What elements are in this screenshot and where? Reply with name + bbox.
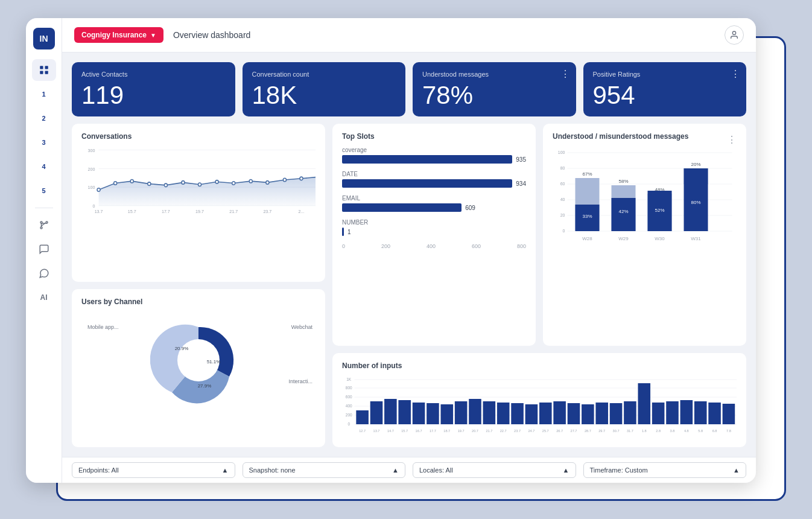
svg-text:21.7: 21.7 [229, 209, 238, 213]
sidebar-item-1[interactable]: 1 [32, 83, 56, 105]
sidebar-item-comment[interactable] [32, 263, 56, 284]
svg-text:6.8: 6.8 [712, 429, 717, 433]
users-by-channel-title: Users by Channel [81, 298, 316, 306]
slot-coverage: coverage 935 [342, 147, 526, 164]
svg-rect-62 [612, 198, 636, 231]
svg-text:300: 300 [88, 148, 95, 153]
sidebar-item-2[interactable]: 2 [32, 107, 56, 129]
svg-rect-91 [413, 403, 425, 424]
svg-point-24 [182, 181, 185, 185]
conversations-title: Conversations [81, 132, 316, 141]
sidebar-item-fork[interactable] [32, 214, 56, 236]
svg-text:200: 200 [346, 413, 352, 417]
svg-rect-101 [553, 401, 566, 424]
svg-point-19 [97, 188, 100, 192]
footer-filters: Endpoints: All ▲ Snapshot: none ▲ Locale… [62, 457, 756, 483]
content-area: Cognigy Insurance ▼ Overview dashboard A… [62, 18, 756, 483]
inputs-title: Number of inputs [342, 361, 737, 370]
svg-rect-99 [525, 404, 538, 424]
top-slots-title: Top Slots [342, 132, 526, 141]
dashboard-body: Active Contacts 119 Conversation count 1… [62, 53, 756, 457]
brand-dropdown[interactable]: Cognigy Insurance ▼ [74, 27, 163, 43]
svg-text:0: 0 [347, 422, 350, 426]
svg-text:3.8: 3.8 [670, 429, 675, 433]
page-title: Overview dashboard [173, 30, 250, 40]
slot-x-axis: 0 200 400 600 800 [342, 243, 526, 249]
svg-text:18.7: 18.7 [443, 429, 450, 433]
svg-rect-94 [455, 401, 468, 424]
timeframe-filter[interactable]: Timeframe: Custom ▲ [583, 462, 747, 478]
svg-text:W28: W28 [582, 236, 592, 241]
svg-text:600: 600 [346, 395, 352, 399]
right-top: Top Slots coverage 935 DATE [332, 124, 746, 346]
svg-text:19.7: 19.7 [458, 429, 465, 433]
sidebar-item-grid[interactable] [32, 59, 56, 81]
kpi-understood-messages: Understood messages 78% ⋮ [413, 62, 576, 116]
svg-rect-95 [469, 399, 481, 424]
svg-text:100: 100 [558, 150, 565, 154]
svg-rect-90 [398, 400, 411, 424]
svg-text:15.7: 15.7 [401, 429, 408, 433]
svg-text:22.7: 22.7 [500, 429, 507, 433]
svg-text:58%: 58% [618, 179, 628, 184]
svg-rect-2 [40, 71, 43, 74]
svg-text:25.7: 25.7 [542, 429, 549, 433]
svg-rect-92 [427, 403, 439, 424]
svg-text:30.7: 30.7 [613, 429, 620, 433]
svg-text:1.8: 1.8 [642, 429, 647, 433]
svg-text:W30: W30 [655, 236, 665, 241]
right-section: Top Slots coverage 935 DATE [332, 124, 746, 447]
svg-rect-89 [384, 399, 397, 424]
svg-text:23.7: 23.7 [263, 209, 271, 213]
svg-rect-109 [666, 401, 679, 424]
svg-text:14.7: 14.7 [387, 429, 394, 433]
svg-text:26.7: 26.7 [556, 429, 563, 433]
svg-point-25 [198, 183, 201, 186]
svg-rect-111 [694, 401, 707, 424]
charts-row: Conversations 300 [72, 124, 746, 447]
kpi-conversation-count: Conversation count 18K [243, 62, 406, 116]
sidebar-item-ai[interactable]: AI [32, 287, 56, 308]
svg-text:4.8: 4.8 [684, 429, 689, 433]
svg-rect-1 [45, 66, 48, 69]
endpoints-filter[interactable]: Endpoints: All ▲ [72, 462, 235, 478]
svg-rect-103 [582, 404, 594, 424]
number-of-inputs-card: Number of inputs 1K 800 600 400 200 0 [332, 353, 746, 447]
sidebar-item-3[interactable]: 3 [32, 132, 56, 153]
sidebar-item-chat[interactable] [32, 238, 56, 260]
svg-point-22 [148, 182, 151, 186]
understood-card: Understood / misunderstood messages ⋮ 10… [543, 124, 746, 346]
svg-text:2.8: 2.8 [656, 429, 661, 433]
sidebar-item-4[interactable]: 4 [32, 156, 56, 177]
kpi-menu-icon[interactable]: ⋮ [560, 68, 570, 80]
svg-rect-108 [652, 403, 665, 424]
svg-text:800: 800 [346, 386, 352, 390]
locales-filter[interactable]: Locales: All ▲ [413, 462, 576, 478]
user-avatar[interactable] [725, 25, 744, 45]
svg-rect-96 [483, 401, 496, 424]
svg-text:12.7: 12.7 [359, 429, 366, 433]
svg-text:20: 20 [560, 213, 565, 217]
svg-text:67%: 67% [582, 171, 592, 177]
app-logo: IN [33, 28, 55, 49]
chevron-up-icon: ▲ [222, 466, 229, 474]
svg-rect-0 [40, 66, 43, 69]
svg-point-30 [283, 178, 286, 182]
snapshot-filter[interactable]: Snapshot: none ▲ [243, 462, 406, 478]
svg-text:200: 200 [88, 166, 95, 171]
kpi-menu-icon-2[interactable]: ⋮ [731, 68, 740, 80]
svg-rect-100 [539, 403, 552, 424]
svg-rect-93 [441, 404, 454, 424]
svg-point-4 [40, 227, 42, 229]
svg-point-10 [732, 31, 735, 34]
sidebar-item-5[interactable]: 5 [32, 180, 56, 202]
svg-text:21.7: 21.7 [486, 429, 492, 433]
svg-rect-110 [680, 400, 693, 424]
svg-text:5.8: 5.8 [698, 429, 703, 433]
screenshot-wrapper: IN 1 2 3 4 5 [26, 18, 786, 501]
donut-chart: 51.1% 27.9% 20.9% Webchat Interacti... M… [81, 312, 316, 409]
svg-point-20 [114, 182, 117, 185]
understood-menu-icon[interactable]: ⋮ [727, 134, 737, 145]
svg-text:80%: 80% [691, 200, 700, 205]
svg-text:40: 40 [560, 197, 565, 202]
